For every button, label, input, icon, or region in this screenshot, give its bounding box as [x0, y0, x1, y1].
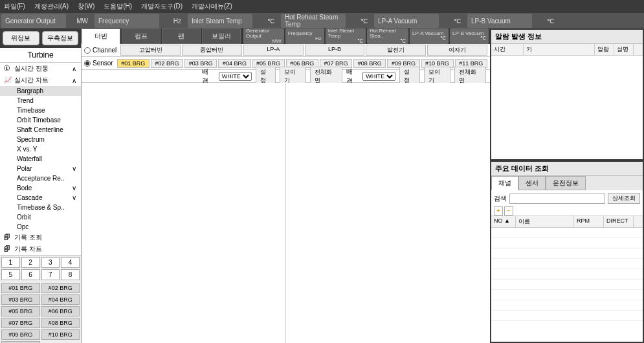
- brg-button[interactable]: #08 BRG: [41, 318, 80, 328]
- num-1[interactable]: 1: [1, 257, 20, 268]
- dock-info-button[interactable]: 우측정보: [42, 31, 79, 45]
- grid-body[interactable]: [491, 228, 643, 342]
- canvas-left[interactable]: [82, 83, 286, 343]
- alarm-col[interactable]: 키: [524, 44, 595, 55]
- alarm-col[interactable]: 알람: [595, 44, 614, 55]
- sensor-seg[interactable]: #02 BRG: [151, 59, 183, 68]
- num-8[interactable]: 8: [61, 269, 80, 280]
- group-seg[interactable]: 고압터빈: [120, 45, 181, 56]
- tree-item-shaft-centerline[interactable]: Shaft Centerline: [0, 125, 81, 135]
- bg-select-r[interactable]: WHITE: [362, 72, 395, 81]
- tree-item-x-vs-y[interactable]: X vs. Y: [0, 144, 81, 154]
- tree-item-orbit-timebase[interactable]: Orbit Timebase: [0, 115, 81, 125]
- tree-item-acceptance-re-[interactable]: Acceptance Re..: [0, 173, 81, 183]
- group-seg[interactable]: 발전기: [366, 45, 426, 56]
- brg-button[interactable]: #06 BRG: [41, 306, 80, 316]
- brg-button[interactable]: #09 BRG: [1, 329, 40, 340]
- num-6[interactable]: 6: [21, 269, 40, 280]
- mini-status-item: FrequencyHz: [285, 28, 324, 44]
- tab-1[interactable]: 펌프: [122, 28, 161, 44]
- tree-histchart[interactable]: 🗐기록 차트: [0, 243, 81, 255]
- bg-select-l[interactable]: WHITE: [219, 72, 252, 81]
- grid-row[interactable]: [491, 249, 643, 259]
- tree-item-waterfall[interactable]: Waterfall: [0, 154, 81, 164]
- tree-history[interactable]: 🗐기록 조회: [0, 232, 81, 243]
- status-inlet-steam-temp: Inlet Steam Temp: [188, 14, 252, 28]
- tree-group[interactable]: 📈실시간 차트∧: [0, 74, 81, 86]
- data-tab[interactable]: 운전정보: [546, 176, 586, 190]
- group-seg[interactable]: 여자기: [427, 45, 487, 56]
- sensor-seg[interactable]: #01 BRG: [117, 59, 150, 68]
- tab-3[interactable]: 보일러: [202, 28, 241, 44]
- menu-file[interactable]: 파일(F): [4, 2, 25, 11]
- tree-item-timebase-sp-[interactable]: Timebase & Sp..: [0, 203, 81, 212]
- num-2[interactable]: 2: [21, 257, 40, 268]
- channel-radio[interactable]: [84, 47, 91, 54]
- mini-status: Generator OutputMWFrequencyHzInlet Steam…: [243, 28, 490, 44]
- grid-row[interactable]: [491, 269, 643, 280]
- group-seg[interactable]: LP-B: [305, 45, 365, 56]
- loc-info-button[interactable]: 위정보: [3, 31, 39, 45]
- sensor-radio[interactable]: [84, 60, 91, 67]
- tree-group[interactable]: 🛈실시간 진동∧: [0, 63, 81, 74]
- brg-button[interactable]: #10 BRG: [41, 329, 80, 340]
- menu-window[interactable]: 창(W): [78, 2, 94, 11]
- alarm-col[interactable]: 설명: [614, 44, 634, 55]
- tab-2[interactable]: 팬: [162, 28, 201, 44]
- grid-row[interactable]: [491, 290, 643, 300]
- tree-item-spectrum[interactable]: Spectrum: [0, 135, 81, 144]
- tree-item-opc[interactable]: Opc: [0, 222, 81, 232]
- alarm-body[interactable]: [491, 56, 643, 159]
- chevron-down-icon: ∨: [71, 165, 77, 172]
- plus-button[interactable]: +: [494, 206, 503, 216]
- grid-col[interactable]: DIRECT: [604, 216, 634, 227]
- tree-item-orbit[interactable]: Orbit: [0, 212, 81, 222]
- group-seg[interactable]: LP-A: [243, 45, 304, 56]
- tree-item-bargraph[interactable]: Bargraph: [0, 86, 81, 96]
- search-input[interactable]: [509, 194, 605, 204]
- menu-account[interactable]: 계정관리(A): [34, 2, 69, 11]
- alarm-col[interactable]: 시간: [491, 44, 524, 55]
- tree-item-bode[interactable]: Bode∨: [0, 183, 81, 193]
- tree-item-trend[interactable]: Trend: [0, 96, 81, 105]
- grid-col[interactable]: RPM: [574, 216, 604, 227]
- num-4[interactable]: 4: [61, 257, 80, 268]
- num-7[interactable]: 7: [41, 269, 60, 280]
- grid-row[interactable]: [491, 300, 643, 311]
- grid-col[interactable]: 이름: [516, 216, 574, 227]
- detail-button[interactable]: 상세조회: [608, 193, 640, 204]
- plus-minus: + −: [491, 206, 643, 216]
- brg-button[interactable]: #05 BRG: [1, 306, 40, 316]
- grid-row[interactable]: [491, 238, 643, 249]
- grid-row[interactable]: [491, 280, 643, 290]
- tree-item-timebase[interactable]: Timebase: [0, 105, 81, 115]
- num-3[interactable]: 3: [41, 257, 60, 268]
- search-label: 검색: [494, 194, 507, 203]
- grid-row[interactable]: [491, 228, 643, 238]
- group-seg[interactable]: 중압터빈: [182, 45, 242, 56]
- center-panel: 터빈펌프팬보일러 Generator OutputMWFrequencyHzIn…: [82, 28, 490, 343]
- menu-devmenu[interactable]: 개발사메뉴(Z): [192, 2, 232, 11]
- tree-item-cascade[interactable]: Cascade∨: [0, 193, 81, 203]
- data-tab[interactable]: 채널: [491, 176, 518, 190]
- num-5[interactable]: 5: [1, 269, 20, 280]
- tree-item-polar[interactable]: Polar∨: [0, 164, 81, 173]
- brg-button[interactable]: #03 BRG: [1, 294, 40, 305]
- tab-0[interactable]: 터빈: [82, 28, 120, 44]
- turbine-title: Turbine: [0, 48, 81, 63]
- minus-button[interactable]: −: [504, 206, 513, 216]
- brg-button[interactable]: #07 BRG: [1, 318, 40, 328]
- grid-row[interactable]: [491, 311, 643, 321]
- menu-help[interactable]: 도움말(H): [104, 2, 132, 11]
- grid-row[interactable]: [491, 259, 643, 269]
- menu-dev[interactable]: 개발자도구(D): [141, 2, 183, 11]
- folder-icon: 🛈: [4, 65, 12, 72]
- data-panel: 주요 데이터 조회 채널센서운전정보 검색 상세조회 + − NO ▲이름RPM…: [491, 162, 643, 342]
- brg-button[interactable]: #02 BRG: [41, 283, 80, 293]
- mini-status-item: Generator OutputMW: [243, 28, 284, 44]
- data-tab[interactable]: 센서: [518, 176, 546, 190]
- grid-col[interactable]: NO ▲: [491, 216, 516, 227]
- brg-button[interactable]: #04 BRG: [41, 294, 80, 305]
- canvas-right[interactable]: [286, 83, 490, 343]
- brg-button[interactable]: #01 BRG: [1, 283, 40, 293]
